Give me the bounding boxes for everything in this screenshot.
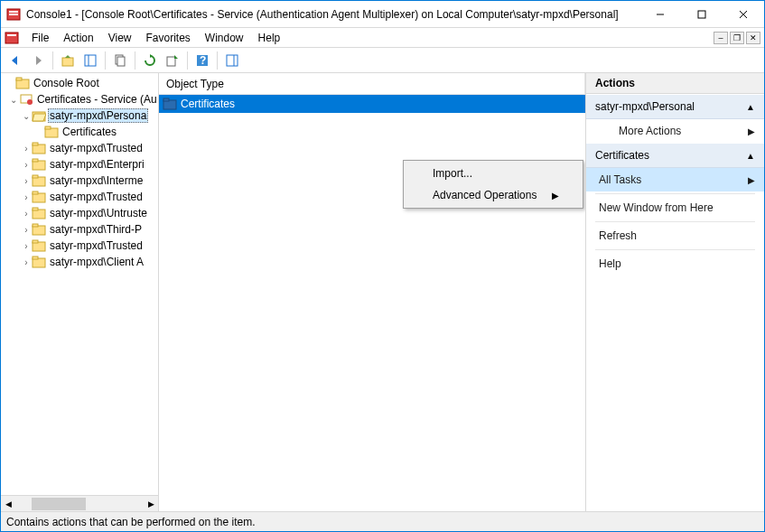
window-title: Console1 - [Console Root\Certificates - …	[26, 8, 639, 21]
mdi-minimize-button[interactable]: –	[714, 32, 728, 44]
mdi-close-button[interactable]: ✕	[746, 32, 760, 44]
menu-action[interactable]: Action	[56, 30, 100, 46]
list-header[interactable]: Object Type	[159, 73, 585, 95]
list-pane: Object Type Certificates Import... Advan…	[159, 73, 586, 511]
status-text: Contains actions that can be performed o…	[6, 516, 256, 528]
collapse-icon[interactable]: ⌄	[21, 111, 32, 121]
svg-rect-4	[698, 11, 705, 18]
actions-section-personal[interactable]: satyr-mpxd\Personal ▲	[586, 94, 764, 119]
menu-window[interactable]: Window	[198, 30, 251, 46]
tree-sibling[interactable]: ›satyr-mpxd\Third-P	[1, 221, 158, 238]
folder-icon	[32, 190, 46, 204]
mdi-restore-button[interactable]: ❐	[730, 32, 744, 44]
context-menu: Import... Advanced Operations▶	[403, 160, 583, 209]
tree-personal-certificates[interactable]: Certificates	[1, 124, 158, 140]
menu-view[interactable]: View	[101, 30, 139, 46]
svg-rect-25	[45, 126, 51, 129]
scroll-left-icon[interactable]: ◀	[1, 499, 15, 509]
tree-sibling[interactable]: ›satyr-mpxd\Client A	[1, 254, 158, 270]
folder-icon	[32, 173, 46, 188]
folder-icon	[32, 157, 46, 172]
folder-icon	[15, 76, 30, 90]
expand-icon[interactable]: ›	[21, 241, 32, 251]
show-hide-tree-button[interactable]	[79, 50, 101, 71]
svg-rect-41	[33, 257, 38, 259]
tree-sibling[interactable]: ›satyr-mpxd\Enterpri	[1, 156, 158, 173]
tree-horizontal-scrollbar[interactable]: ◀ ▶	[1, 495, 158, 511]
expand-icon[interactable]: ›	[21, 209, 32, 219]
svg-rect-39	[33, 240, 38, 243]
tree-console-root[interactable]: Console Root	[1, 75, 158, 91]
svg-rect-1	[9, 11, 18, 13]
divider	[595, 221, 755, 222]
scroll-right-icon[interactable]: ▶	[144, 499, 158, 509]
mmc-app-icon	[6, 7, 21, 22]
actions-section-certificates[interactable]: Certificates ▲	[586, 143, 764, 168]
expand-icon[interactable]: ›	[21, 160, 32, 170]
expand-icon[interactable]: ›	[21, 192, 32, 202]
tree-personal[interactable]: ⌄ satyr-mpxd\Persona	[1, 107, 158, 124]
maximize-button[interactable]	[681, 1, 723, 28]
svg-rect-20	[16, 78, 22, 80]
svg-rect-27	[33, 143, 38, 145]
scrollbar-thumb[interactable]	[32, 498, 86, 510]
menu-bar: File Action View Favorites Window Help –…	[1, 28, 764, 48]
tree-sibling[interactable]: ›satyr-mpxd\Untruste	[1, 205, 158, 221]
tree-pane: Console Root ⌄ Certificates - Service (A…	[1, 73, 159, 511]
back-button[interactable]	[5, 50, 26, 71]
folder-icon	[32, 141, 46, 155]
actions-more-actions[interactable]: More Actions ▶	[586, 119, 764, 143]
tree-sibling[interactable]: ›satyr-mpxd\Trusted	[1, 140, 158, 156]
refresh-button[interactable]	[139, 50, 161, 71]
column-object-type[interactable]: Object Type	[159, 73, 585, 94]
tree-sibling[interactable]: ›satyr-mpxd\Interme	[1, 173, 158, 189]
folder-open-icon	[32, 108, 46, 123]
menu-favorites[interactable]: Favorites	[139, 30, 198, 46]
mmc-doc-icon	[5, 31, 19, 45]
certificate-icon	[19, 92, 33, 107]
svg-rect-10	[85, 55, 96, 66]
svg-rect-43	[163, 98, 169, 101]
actions-refresh[interactable]: Refresh	[586, 224, 764, 247]
context-menu-advanced-operations[interactable]: Advanced Operations▶	[406, 184, 581, 206]
export-button[interactable]	[162, 50, 183, 71]
minimize-button[interactable]	[639, 1, 681, 28]
close-button[interactable]	[723, 1, 764, 28]
copy-button[interactable]	[109, 50, 131, 71]
svg-rect-13	[117, 57, 125, 66]
svg-text:?: ?	[200, 54, 206, 67]
menu-file[interactable]: File	[24, 30, 56, 46]
expand-icon[interactable]: ›	[21, 225, 32, 235]
actions-new-window[interactable]: New Window from Here	[586, 196, 764, 219]
tree-certificates-service[interactable]: ⌄ Certificates - Service (Au	[1, 91, 158, 107]
expand-icon[interactable]: ›	[21, 257, 32, 267]
svg-rect-8	[7, 34, 16, 36]
svg-rect-29	[33, 159, 38, 162]
help-button[interactable]: ?	[191, 50, 213, 71]
tree-sibling[interactable]: ›satyr-mpxd\Trusted	[1, 238, 158, 254]
actions-help[interactable]: Help	[586, 252, 764, 275]
menu-help[interactable]: Help	[251, 30, 288, 46]
collapse-icon[interactable]: ⌄	[8, 95, 19, 105]
svg-rect-7	[5, 33, 18, 43]
svg-rect-14	[167, 57, 175, 66]
up-button[interactable]	[57, 50, 79, 71]
svg-rect-2	[9, 14, 18, 15]
forward-button[interactable]	[27, 50, 49, 71]
divider	[595, 193, 755, 194]
svg-rect-31	[33, 175, 38, 178]
tree-sibling[interactable]: ›satyr-mpxd\Trusted	[1, 189, 158, 205]
svg-rect-17	[227, 55, 238, 66]
expand-icon[interactable]: ›	[21, 176, 32, 186]
expand-icon[interactable]: ›	[21, 144, 32, 154]
svg-rect-37	[33, 224, 38, 227]
folder-icon	[32, 206, 46, 220]
context-menu-import[interactable]: Import...	[406, 163, 581, 184]
actions-all-tasks[interactable]: All Tasks ▶	[586, 168, 764, 191]
svg-point-22	[27, 99, 33, 105]
status-bar: Contains actions that can be performed o…	[1, 511, 764, 531]
submenu-arrow-icon: ▶	[748, 126, 755, 136]
list-item-certificates[interactable]: Certificates	[159, 95, 585, 113]
show-hide-action-pane-button[interactable]	[221, 50, 243, 71]
window-titlebar: Console1 - [Console Root\Certificates - …	[1, 1, 764, 28]
